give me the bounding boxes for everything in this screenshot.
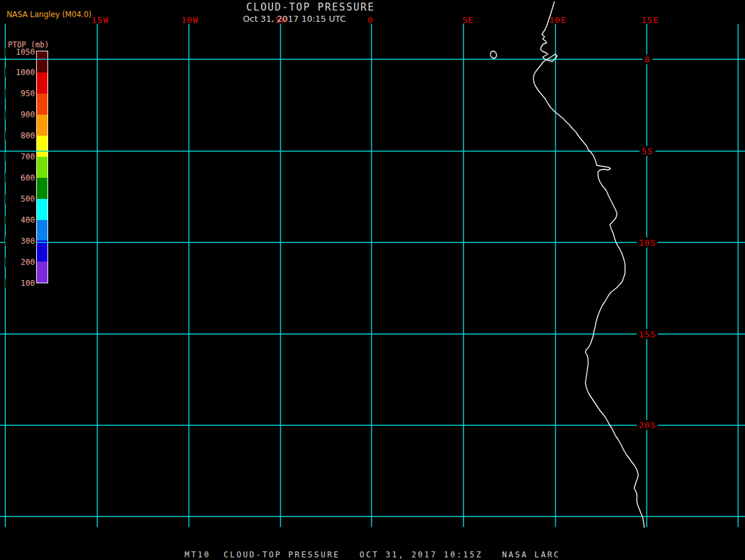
colorbar-tick-500: 500: [5, 194, 36, 204]
latitude-label-5S: 5S: [640, 146, 655, 156]
africa-west-coastline: [533, 1, 644, 528]
island-outline: [490, 50, 498, 59]
colorbar-tick-600: 600: [5, 173, 36, 182]
colorbar-tick-400: 400: [5, 215, 36, 225]
colorbar-tick-700: 700: [5, 152, 36, 161]
colorbar-tick-1050: 1050: [5, 47, 36, 57]
map-canvas: [0, 0, 745, 560]
latitude-label-15S: 15S: [637, 329, 658, 339]
latitude-label-10S: 10S: [637, 238, 658, 248]
colorbar-tick-800: 800: [5, 131, 36, 140]
colorbar-tick-100: 100: [5, 279, 36, 288]
colorbar-tick-1000: 1000: [5, 68, 36, 77]
timestamp-label: Oct 31, 2017 10:15 UTC: [0, 14, 589, 24]
colorbar-tick-900: 900: [5, 110, 36, 119]
colorbar-tick-200: 200: [5, 258, 36, 267]
latitude-label-0: 0: [643, 55, 653, 65]
page-title: CLOUD-TOP PRESSURE: [0, 1, 621, 13]
footer-caption: MT10 CLOUD-TOP PRESSURE OCT 31, 2017 10:…: [0, 550, 745, 559]
satellite-map-screen: NASA Langley (M04.0) CLOUD-TOP PRESSURE …: [0, 0, 745, 560]
longitude-label-15E: 15E: [641, 15, 659, 25]
colorbar-tick-950: 950: [5, 89, 36, 98]
colorbar-tick-300: 300: [5, 237, 36, 246]
latitude-label-20S: 20S: [637, 420, 658, 430]
